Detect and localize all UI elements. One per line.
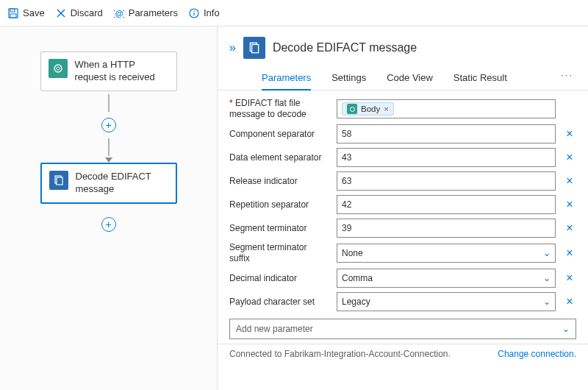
- connection-status: Connected to Fabrikam-Integration-Accoun…: [229, 349, 451, 359]
- decimal-label: Decimal indicator: [229, 273, 329, 284]
- chevron-down-icon: ⌄: [543, 273, 551, 283]
- rep-sep-input[interactable]: 42: [337, 195, 556, 214]
- node-http-label: When a HTTP request is received: [75, 59, 169, 84]
- tab-codeview[interactable]: Code View: [387, 66, 433, 90]
- data-sep-label: Data element separator: [229, 152, 329, 163]
- connector-line: [108, 138, 110, 156]
- data-sep-input[interactable]: 43: [337, 148, 556, 167]
- decimal-clear[interactable]: ×: [563, 272, 576, 285]
- comp-sep-clear[interactable]: ×: [563, 127, 576, 141]
- tab-staticresult[interactable]: Static Result: [453, 66, 507, 90]
- chevron-down-icon: ⌄: [543, 297, 551, 307]
- comp-sep-input[interactable]: 58: [337, 124, 556, 143]
- seg-suffix-select[interactable]: None⌄: [337, 244, 556, 263]
- decimal-select[interactable]: Comma⌄: [337, 269, 556, 288]
- discard-label: Discard: [71, 7, 103, 18]
- add-new-parameter[interactable]: Add new parameter ⌄: [229, 319, 576, 339]
- add-step-button-1[interactable]: +: [101, 118, 116, 132]
- tab-settings[interactable]: Settings: [331, 66, 366, 90]
- release-label: Release indicator: [229, 176, 329, 187]
- svg-rect-2: [10, 14, 16, 18]
- http-trigger-icon: [49, 59, 68, 78]
- tab-more-button[interactable]: ···: [561, 69, 573, 80]
- parameters-button[interactable]: [@] Parameters: [113, 7, 178, 19]
- data-sep-clear[interactable]: ×: [563, 151, 576, 164]
- connector-line: [108, 94, 110, 112]
- node-http-trigger[interactable]: When a HTTP request is received: [40, 52, 177, 91]
- svg-point-14: [350, 107, 354, 111]
- tab-parameters[interactable]: Parameters: [262, 66, 311, 91]
- svg-text:[@]: [@]: [114, 9, 124, 18]
- svg-rect-1: [10, 9, 15, 12]
- rep-sep-label: Repetition separator: [229, 199, 329, 210]
- discard-button[interactable]: Discard: [55, 7, 103, 19]
- panel-tabs: Parameters Settings Code View Static Res…: [218, 63, 588, 91]
- charset-label: Payload character set: [229, 297, 329, 308]
- charset-select[interactable]: Legacy⌄: [337, 292, 556, 311]
- charset-clear[interactable]: ×: [563, 295, 576, 308]
- info-label: Info: [204, 7, 220, 18]
- svg-point-7: [193, 10, 195, 12]
- seg-term-input[interactable]: 39: [337, 219, 556, 238]
- decode-edifact-icon: [49, 171, 68, 190]
- info-icon: [188, 7, 200, 19]
- workflow-canvas[interactable]: When a HTTP request is received + Decode…: [0, 26, 218, 390]
- save-icon: [7, 7, 19, 19]
- release-input[interactable]: 63: [337, 171, 556, 191]
- svg-rect-13: [252, 45, 259, 53]
- save-label: Save: [23, 7, 45, 18]
- seg-term-clear[interactable]: ×: [563, 221, 576, 235]
- node-decode-edifact[interactable]: Decode EDIFACT message: [40, 163, 177, 204]
- connector-arrow-icon: [105, 157, 112, 163]
- parameters-icon: [@]: [113, 7, 125, 19]
- panel-header-icon: [243, 37, 265, 59]
- connection-footer: Connected to Fabrikam-Integration-Accoun…: [218, 344, 588, 359]
- chevron-down-icon: ⌄: [562, 324, 570, 334]
- flatfile-input[interactable]: Body ×: [337, 99, 556, 118]
- svg-rect-11: [57, 177, 62, 185]
- release-clear[interactable]: ×: [563, 174, 576, 188]
- save-button[interactable]: Save: [7, 7, 45, 19]
- rep-sep-clear[interactable]: ×: [563, 198, 576, 211]
- node-decode-label: Decode EDIFACT message: [76, 171, 168, 196]
- change-connection-link[interactable]: Change connection.: [498, 349, 576, 359]
- parameters-form: * EDIFACT flat file message to decode Bo…: [218, 91, 588, 339]
- collapse-panel-button[interactable]: »: [229, 41, 236, 54]
- seg-suffix-clear[interactable]: ×: [563, 247, 576, 260]
- panel-title: Decode EDIFACT message: [273, 41, 417, 54]
- chevron-down-icon: ⌄: [543, 248, 551, 258]
- add-step-button-2[interactable]: +: [101, 217, 116, 232]
- info-button[interactable]: Info: [188, 7, 220, 19]
- toolbar: Save Discard [@] Parameters Info: [0, 0, 588, 26]
- body-token-icon: [347, 104, 357, 114]
- seg-suffix-label: Segment terminator suffix: [229, 242, 329, 264]
- details-panel: » Decode EDIFACT message Parameters Sett…: [218, 26, 588, 390]
- seg-term-label: Segment terminator: [229, 223, 329, 234]
- token-remove-icon[interactable]: ×: [384, 104, 389, 113]
- flatfile-label: * EDIFACT flat file message to decode: [229, 98, 329, 120]
- comp-sep-label: Component separator: [229, 129, 329, 140]
- parameters-label: Parameters: [129, 7, 178, 18]
- body-token[interactable]: Body ×: [342, 102, 394, 116]
- discard-icon: [55, 7, 67, 19]
